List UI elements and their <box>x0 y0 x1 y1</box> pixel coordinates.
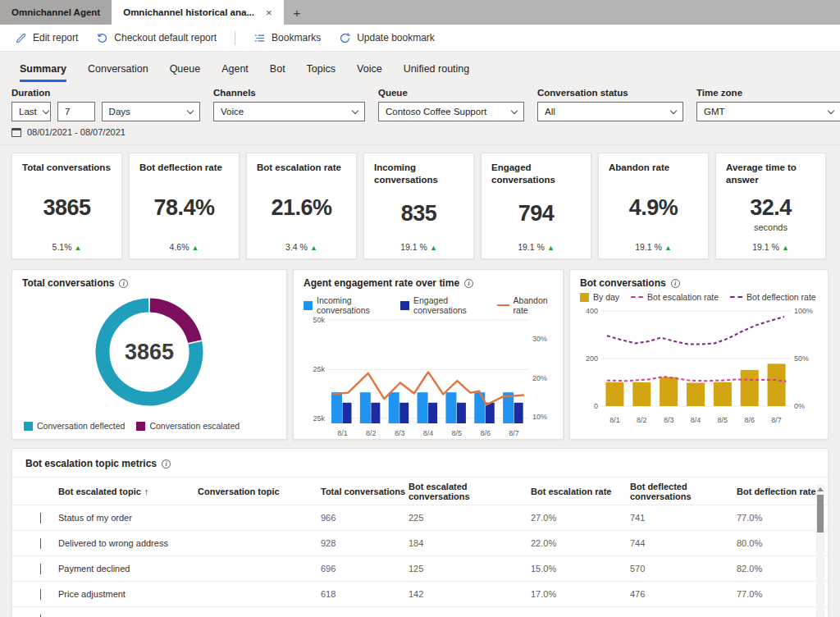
legend-item[interactable]: By day <box>580 292 619 302</box>
duration-count-input[interactable]: 7 <box>57 102 95 121</box>
col-total-conversations[interactable]: Total conversations <box>321 487 409 496</box>
legend-item[interactable]: Abandon rate <box>497 295 553 315</box>
tab-agent[interactable]: Agent <box>221 63 249 80</box>
table-row[interactable] <box>12 606 828 617</box>
filter-label: Channels <box>213 88 365 98</box>
update-bookmark-button[interactable]: Update bookmark <box>339 32 435 44</box>
close-icon[interactable]: × <box>266 7 272 19</box>
up-triangle-icon: ▲ <box>664 244 672 252</box>
duration-last-select[interactable]: Last <box>11 102 51 121</box>
bot-escalation-topic-metrics-card: Bot escalation topic metrics Bot escalat… <box>11 448 829 617</box>
chevron-right-icon[interactable] <box>40 564 41 574</box>
svg-text:10%: 10% <box>532 413 547 421</box>
svg-text:25k: 25k <box>313 365 325 373</box>
tab-voice[interactable]: Voice <box>357 63 382 80</box>
new-tab-button[interactable]: + <box>284 0 311 25</box>
kpi-incoming-conversations: Incoming conversations 835 19.1 %▲ <box>363 153 474 259</box>
chevron-down-icon <box>828 107 834 113</box>
legend-item[interactable]: Conversation escalated <box>136 421 240 431</box>
svg-text:25k: 25k <box>313 414 325 423</box>
filter-label: Time zone <box>696 88 840 98</box>
table-scrollbar[interactable] <box>816 485 824 617</box>
table-row[interactable]: Delivered to wrong address 928 184 22.0%… <box>12 530 828 555</box>
tab-conversation[interactable]: Conversation <box>88 63 148 80</box>
legend-swatch <box>580 293 589 302</box>
time-zone-select[interactable]: GMT <box>696 102 840 121</box>
table-row[interactable]: Price adjustment 618 142 17.0% 476 77.0% <box>12 581 828 606</box>
table-title: Bot escalation topic metrics <box>12 449 828 477</box>
svg-text:8/2: 8/2 <box>637 416 647 424</box>
channels-select[interactable]: Voice <box>213 102 365 121</box>
kpi-average-time-to-answer: Average time to answer 32.4 seconds 19.1… <box>715 153 826 259</box>
donut-legend: Conversation deflected Conversation esca… <box>24 421 240 431</box>
kpi-unit: seconds <box>754 222 788 232</box>
chevron-right-icon[interactable] <box>40 513 41 523</box>
info-icon[interactable] <box>162 459 171 468</box>
col-bot-escalated-conversations[interactable]: Bot escalated conversations <box>409 482 531 501</box>
svg-text:8/5: 8/5 <box>718 416 728 424</box>
filter-duration: Duration Last 7 Days 08/01/2021 - 08/07/… <box>11 88 200 137</box>
refresh-icon <box>339 32 351 44</box>
up-triangle-icon: ▲ <box>310 244 317 252</box>
kpi-total-conversations: Total conversations 3865 5.1%▲ <box>11 153 122 259</box>
kpi-value: 794 <box>518 201 555 226</box>
tab-unified-routing[interactable]: Unified routing <box>404 63 470 80</box>
kpi-delta: 19.1 %▲ <box>491 242 581 252</box>
table-row[interactable]: Payment declined 696 125 15.0% 570 82.0% <box>12 555 828 581</box>
toolbar-divider <box>235 31 235 45</box>
info-icon[interactable] <box>671 279 680 288</box>
conversation-status-select[interactable]: All <box>537 102 683 121</box>
kpi-abandon-rate: Abandon rate 4.9% 19.1 %▲ <box>598 153 709 259</box>
up-triangle-icon: ▲ <box>430 244 437 252</box>
svg-text:3865: 3865 <box>125 340 174 364</box>
svg-text:8/1: 8/1 <box>609 416 620 424</box>
scrollbar-up-arrow-icon[interactable] <box>817 487 824 491</box>
edit-report-button[interactable]: Edit report <box>15 32 78 44</box>
legend-dash-swatch <box>631 296 643 298</box>
info-icon[interactable] <box>119 279 128 288</box>
table-header: Bot escalated topic↑ Conversation topic … <box>12 478 828 505</box>
legend-item[interactable]: Bot escalation rate <box>631 292 719 302</box>
legend-swatch <box>136 422 145 431</box>
chevron-down-icon <box>511 107 518 113</box>
checkout-default-report-button[interactable]: Checkout default report <box>96 32 217 44</box>
tab-summary[interactable]: Summary <box>20 63 66 82</box>
legend-item[interactable]: Incoming conversations <box>304 295 389 315</box>
kpi-value: 21.6% <box>271 195 331 221</box>
col-bot-escalated-topic[interactable]: Bot escalated topic↑ <box>58 487 198 496</box>
col-bot-deflected-conversations[interactable]: Bot deflected conversations <box>630 482 737 501</box>
sort-ascending-icon: ↑ <box>144 487 149 496</box>
tab-queue[interactable]: Queue <box>170 63 201 80</box>
legend-swatch <box>400 301 409 310</box>
pencil-icon <box>15 32 27 44</box>
kpi-value: 4.9% <box>629 195 678 221</box>
tab-topics[interactable]: Topics <box>307 63 336 80</box>
legend-item[interactable]: Conversation deflected <box>24 421 125 431</box>
tab-label: Omnichannel historical ana... <box>123 7 254 17</box>
legend-item[interactable]: Engaged conversations <box>400 295 486 315</box>
tab-bot[interactable]: Bot <box>270 63 285 80</box>
bookmarks-button[interactable]: Bookmarks <box>253 32 321 44</box>
duration-unit-select[interactable]: Days <box>102 102 200 121</box>
undo-icon <box>96 32 108 44</box>
col-bot-escalation-rate[interactable]: Bot escalation rate <box>531 487 630 496</box>
info-icon[interactable] <box>464 279 473 288</box>
bookmarks-icon <box>253 32 266 44</box>
kpi-delta: 19.1 %▲ <box>609 242 698 252</box>
filter-label: Duration <box>11 88 200 98</box>
tab-omnichannel-agent[interactable]: Omnichannel Agent <box>0 0 112 25</box>
table-row[interactable]: Status of my order 966 225 27.0% 741 77.… <box>12 505 828 530</box>
tab-omnichannel-historical[interactable]: Omnichannel historical ana... × <box>112 0 283 25</box>
bot-legend: By day Bot escalation rate Bot deflectio… <box>580 292 818 302</box>
chart-card-total-conversations: Total conversations 3865 Conversation de… <box>11 269 287 440</box>
chevron-right-icon[interactable] <box>40 589 41 600</box>
scrollbar-thumb[interactable] <box>817 495 824 532</box>
legend-item[interactable]: Bot deflection rate <box>730 292 816 302</box>
chart-title: Total conversations <box>22 277 276 289</box>
chevron-right-icon[interactable] <box>40 538 41 549</box>
svg-text:8/4: 8/4 <box>691 416 701 424</box>
col-conversation-topic[interactable]: Conversation topic <box>198 487 321 496</box>
queue-select[interactable]: Contoso Coffee Support <box>378 102 524 121</box>
col-bot-deflection-rate[interactable]: Bot deflection rate <box>737 487 828 496</box>
chart-card-bot-conversations: Bot conversations By day Bot escalation … <box>569 269 829 440</box>
